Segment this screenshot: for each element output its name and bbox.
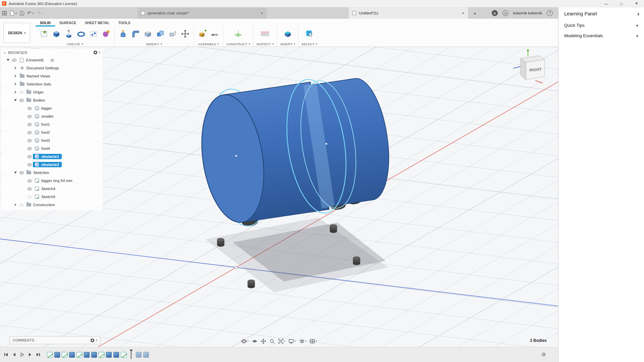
viewports-button[interactable]: ▾ [309, 338, 318, 345]
peg[interactable] [248, 280, 255, 288]
move-button[interactable] [180, 27, 191, 41]
browser-item-body-foot4[interactable]: foot4 [1, 144, 103, 153]
chevron-right-icon[interactable]: › [637, 11, 639, 17]
step-forward-icon[interactable] [27, 351, 34, 358]
fit-button[interactable]: ▾ [277, 338, 286, 345]
close-tab-icon[interactable]: ✕ [261, 11, 263, 15]
visibility-eye-icon[interactable] [28, 123, 32, 126]
browser-item-body-bigger[interactable]: bigger [1, 104, 103, 112]
activate-target-icon[interactable]: ◎ [50, 58, 54, 62]
save-icon[interactable] [19, 9, 24, 17]
select-button[interactable] [304, 27, 315, 41]
extensions-icon[interactable]: ◎ [492, 10, 498, 16]
panel-grip-icon[interactable]: ‖ [99, 51, 100, 54]
visibility-eye-icon[interactable] [28, 195, 32, 198]
create-sketch-button[interactable] [39, 27, 49, 41]
new-tab-icon[interactable]: + [472, 10, 478, 16]
visibility-eye-icon[interactable] [28, 107, 32, 110]
timeline-position-marker[interactable] [131, 350, 131, 359]
peg[interactable] [217, 238, 224, 247]
browser-item-construction[interactable]: Construction [1, 201, 103, 209]
job-status-icon[interactable]: ◷ [502, 10, 508, 16]
comments-bar[interactable]: COMMENTS ‖ [9, 336, 101, 344]
skip-to-start-icon[interactable] [3, 351, 9, 358]
maximize-icon[interactable]: □ [614, 0, 629, 7]
minimize-icon[interactable]: — [599, 0, 614, 7]
timeline-feature-icon[interactable] [113, 352, 119, 358]
browser-item-selection-sets[interactable]: Selection Sets [1, 80, 103, 88]
expand-plus-icon[interactable]: + [636, 33, 639, 38]
timeline-feature-icon[interactable] [84, 352, 90, 358]
pattern-button[interactable] [88, 27, 99, 41]
collapse-panel-icon[interactable]: « [4, 51, 6, 55]
measure-button[interactable] [260, 27, 270, 41]
timeline-feature-icon-suppressed[interactable]: ⋯ [136, 352, 142, 358]
doc-tab-untitled[interactable]: Untitled*(1) ✕ [349, 7, 468, 19]
combine-button[interactable] [155, 27, 166, 41]
expand-icon[interactable] [13, 96, 18, 104]
tab-sheet-metal[interactable]: SHEET METAL [80, 19, 114, 26]
expand-icon[interactable] [13, 64, 18, 72]
expand-plus-icon[interactable]: + [636, 23, 639, 28]
timeline-feature-icon-suppressed[interactable]: ⋯ [143, 352, 149, 358]
doc-tab-generative-chair[interactable]: generative chair simple* ✕ [138, 7, 267, 19]
timeline-feature-icon[interactable] [54, 352, 60, 358]
timeline-feature-icon[interactable] [91, 352, 97, 358]
group-label-select[interactable]: SELECT▾ [302, 41, 317, 47]
timeline-sketch-icon[interactable] [76, 352, 82, 358]
undo-icon[interactable]: ↶ [27, 9, 32, 17]
browser-item-sketch4[interactable]: Sketch4 [1, 185, 103, 193]
visibility-eye-icon[interactable] [28, 187, 32, 190]
browser-item-body-foot2[interactable]: foot2 [1, 128, 103, 136]
joint-button[interactable] [209, 27, 220, 41]
browser-item-body-foot1[interactable]: foot1 [1, 120, 103, 128]
visibility-eye-icon[interactable] [19, 171, 24, 174]
browser-header[interactable]: « BROWSER ‖ [1, 49, 103, 56]
learning-section-quick-tips[interactable]: Quick Tips + [558, 20, 644, 31]
browser-item-root[interactable]: (Unsaved) ◎ [1, 56, 103, 64]
timeline-feature-icon[interactable] [69, 352, 75, 358]
visibility-eye-icon[interactable] [28, 163, 32, 166]
step-back-icon[interactable] [11, 351, 17, 358]
extrude-button[interactable] [63, 27, 74, 41]
expand-icon[interactable] [13, 72, 18, 80]
expand-icon[interactable] [13, 169, 18, 177]
browser-item-body-foot3[interactable]: foot3 [1, 136, 103, 144]
group-label-assemble[interactable]: ASSEMBLE▾ [197, 41, 220, 47]
file-menu-caret-icon[interactable]: ▾ [15, 12, 17, 15]
panel-options-icon[interactable] [94, 51, 97, 54]
orbit-button[interactable]: ▾ [240, 338, 250, 345]
visibility-eye-icon[interactable] [28, 155, 32, 158]
group-label-insert[interactable]: INSERT▾ [280, 41, 295, 47]
undo-caret-icon[interactable]: ▾ [33, 12, 34, 15]
learning-section-modeling-essentials[interactable]: Modeling Essentials + [558, 31, 644, 41]
group-label-modify[interactable]: MODIFY▾ [118, 41, 191, 47]
create-box-button[interactable] [51, 27, 62, 41]
browser-item-body-smaller[interactable]: smaller [1, 112, 103, 120]
offset-face-button[interactable] [167, 27, 178, 41]
help-icon[interactable]: ? [547, 10, 553, 16]
skip-to-end-icon[interactable] [35, 351, 42, 358]
tab-solid[interactable]: SOLID [36, 19, 55, 26]
shell-button[interactable] [143, 27, 153, 41]
construction-plane-button[interactable] [233, 27, 244, 41]
file-menu-icon[interactable] [10, 9, 14, 17]
display-settings-button[interactable]: ▾ [287, 338, 297, 345]
expand-icon[interactable] [5, 56, 11, 64]
face-center-point[interactable] [325, 143, 327, 145]
revolve-button[interactable] [76, 27, 87, 41]
peg[interactable] [353, 256, 360, 265]
workspace-selector[interactable]: DESIGN ▾ [3, 23, 30, 43]
visibility-eye-icon[interactable] [19, 99, 24, 102]
comments-grip-icon[interactable]: ‖ [96, 339, 97, 342]
expand-icon[interactable] [13, 80, 18, 88]
create-form-button[interactable] [101, 27, 111, 41]
close-tab-icon[interactable]: ✕ [462, 11, 465, 15]
view-cube[interactable]: RIGHT [506, 48, 553, 88]
timeline-sketch-icon[interactable] [121, 352, 126, 358]
browser-item-sketches[interactable]: Sketches [1, 169, 103, 177]
insert-button[interactable] [282, 27, 293, 41]
zoom-button[interactable] [268, 338, 276, 345]
visibility-eye-icon[interactable] [28, 179, 32, 182]
look-at-button[interactable] [251, 338, 258, 345]
